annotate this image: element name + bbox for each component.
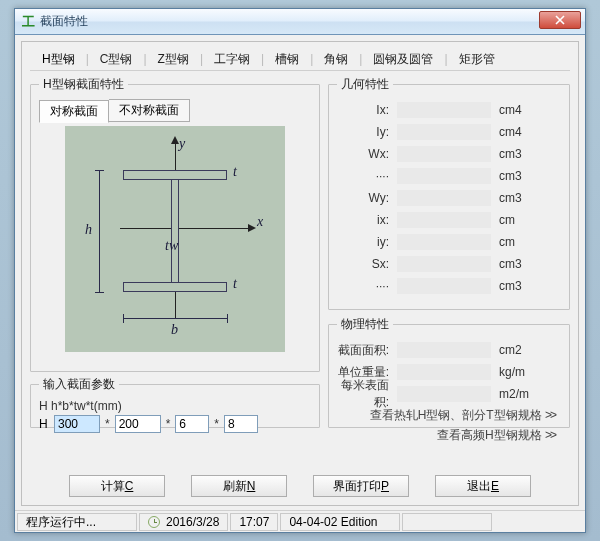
geom-row: Iy:cm4: [337, 121, 561, 143]
geom-label: Iy:: [337, 125, 397, 139]
geom-row: Sx:cm3: [337, 253, 561, 275]
chevron-right-icon: >>: [545, 428, 555, 442]
input-h[interactable]: [54, 415, 100, 433]
tab-i-steel[interactable]: 工字钢: [210, 49, 254, 70]
main-panel: H型钢| C型钢| Z型钢| 工字钢| 槽钢| 角钢| 圆钢及圆管| 矩形管 H…: [21, 41, 579, 506]
phys-value: [397, 386, 491, 402]
phys-unit: kg/m: [491, 365, 525, 379]
geom-row: Wx:cm3: [337, 143, 561, 165]
geom-value: [397, 278, 491, 294]
button-bar: 计算C 刷新N 界面打印P 退出E: [30, 475, 570, 497]
chevron-right-icon: >>: [545, 408, 555, 422]
print-button[interactable]: 界面打印P: [313, 475, 409, 497]
geom-unit: cm3: [491, 257, 522, 271]
tab-rect-tube[interactable]: 矩形管: [455, 49, 499, 70]
geom-group: 几何特性 Ix:cm4Iy:cm4Wx:cm3····cm3Wy:cm3ix:c…: [328, 76, 570, 310]
input-tw[interactable]: [175, 415, 209, 433]
geom-label: ····: [337, 169, 397, 183]
geom-row: iy:cm: [337, 231, 561, 253]
geom-label: iy:: [337, 235, 397, 249]
phys-row: 截面面积:cm2: [337, 339, 561, 361]
tab-channel[interactable]: 槽钢: [271, 49, 303, 70]
geom-unit: cm: [491, 235, 515, 249]
phys-value: [397, 364, 491, 380]
geom-value: [397, 146, 491, 162]
app-icon: 工: [21, 15, 35, 29]
status-unknown: [402, 513, 492, 531]
clock-icon: [148, 516, 160, 528]
input-b[interactable]: [115, 415, 161, 433]
geom-unit: cm3: [491, 279, 522, 293]
label-y: y: [179, 136, 185, 152]
param-hint: H h*b*tw*t(mm): [39, 399, 311, 413]
geom-label: Wx:: [337, 147, 397, 161]
section-group-title: H型钢截面特性: [39, 76, 128, 93]
geom-row: Ix:cm4: [337, 99, 561, 121]
status-edition: 04-04-02 Edition: [280, 513, 400, 531]
phys-unit: m2/m: [491, 387, 529, 401]
exit-button[interactable]: 退出E: [435, 475, 531, 497]
geom-row: ····cm3: [337, 165, 561, 187]
client-area: H型钢| C型钢| Z型钢| 工字钢| 槽钢| 角钢| 圆钢及圆管| 矩形管 H…: [21, 41, 579, 506]
label-x: x: [257, 214, 263, 230]
geom-unit: cm4: [491, 103, 522, 117]
label-tw: tw: [165, 238, 178, 254]
subtab-symmetric[interactable]: 对称截面: [39, 100, 109, 123]
close-button[interactable]: [539, 11, 581, 29]
tab-angle[interactable]: 角钢: [320, 49, 352, 70]
calc-button[interactable]: 计算C: [69, 475, 165, 497]
link-highfreq[interactable]: 查看高频H型钢规格 >>: [337, 425, 561, 445]
param-inputs: H * * *: [39, 415, 311, 433]
subtab-asymmetric[interactable]: 不对称截面: [109, 99, 190, 122]
phys-label: 截面面积:: [337, 342, 397, 359]
close-icon: [555, 15, 565, 25]
input-t[interactable]: [224, 415, 258, 433]
label-t1: t: [233, 164, 237, 180]
tab-z-steel[interactable]: Z型钢: [154, 49, 193, 70]
section-diagram: y x h b t t tw: [65, 126, 285, 352]
geom-value: [397, 190, 491, 206]
geom-unit: cm3: [491, 191, 522, 205]
param-group-title: 输入截面参数: [39, 376, 119, 393]
geom-unit: cm4: [491, 125, 522, 139]
window-title: 截面特性: [40, 13, 88, 30]
geom-value: [397, 212, 491, 228]
tab-content: H型钢截面特性 对称截面 不对称截面 y x h b: [30, 76, 570, 461]
geom-unit: cm3: [491, 169, 522, 183]
geom-group-title: 几何特性: [337, 76, 393, 93]
phys-group-title: 物理特性: [337, 316, 393, 333]
geom-row: ····cm3: [337, 275, 561, 297]
status-date: 2016/3/28: [139, 513, 228, 531]
geom-value: [397, 168, 491, 184]
geom-value: [397, 256, 491, 272]
refresh-button[interactable]: 刷新N: [191, 475, 287, 497]
statusbar: 程序运行中... 2016/3/28 17:07 04-04-02 Editio…: [15, 510, 585, 532]
tab-c-steel[interactable]: C型钢: [96, 49, 137, 70]
phys-unit: cm2: [491, 343, 522, 357]
tab-round[interactable]: 圆钢及圆管: [369, 49, 437, 70]
geom-label: Wy:: [337, 191, 397, 205]
section-tabstrip: H型钢| C型钢| Z型钢| 工字钢| 槽钢| 角钢| 圆钢及圆管| 矩形管: [22, 42, 578, 70]
geom-value: [397, 124, 491, 140]
symmetry-tabs: 对称截面 不对称截面: [39, 99, 311, 122]
phys-value: [397, 342, 491, 358]
geom-value: [397, 102, 491, 118]
geom-label: Sx:: [337, 257, 397, 271]
geom-value: [397, 234, 491, 250]
geom-unit: cm3: [491, 147, 522, 161]
label-h: h: [85, 222, 92, 238]
tab-h-steel[interactable]: H型钢: [38, 49, 79, 70]
label-t2: t: [233, 276, 237, 292]
geom-label: ····: [337, 279, 397, 293]
status-running: 程序运行中...: [17, 513, 137, 531]
geom-row: ix:cm: [337, 209, 561, 231]
geom-label: ix:: [337, 213, 397, 227]
status-time: 17:07: [230, 513, 278, 531]
phys-row: 每米表面积:m2/m: [337, 383, 561, 405]
label-b: b: [171, 322, 178, 338]
geom-row: Wy:cm3: [337, 187, 561, 209]
link-hotrolled[interactable]: 查看热轧H型钢、剖分T型钢规格 >>: [337, 405, 561, 425]
section-group: H型钢截面特性 对称截面 不对称截面 y x h b: [30, 76, 320, 372]
geom-label: Ix:: [337, 103, 397, 117]
titlebar: 工 截面特性: [15, 9, 585, 35]
